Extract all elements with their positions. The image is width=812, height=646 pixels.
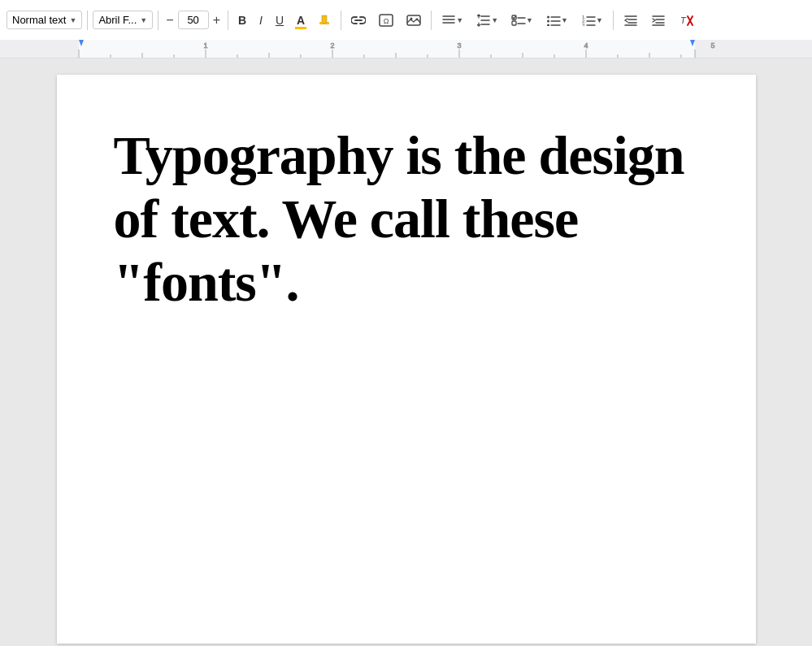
- separator-4: [341, 11, 341, 30]
- underline-button[interactable]: U: [271, 11, 289, 30]
- align-button[interactable]: ▼: [436, 11, 468, 29]
- bold-button[interactable]: B: [233, 11, 251, 30]
- insert-image-button[interactable]: [402, 11, 426, 30]
- font-family-arrow-icon: ▼: [140, 16, 147, 24]
- document-page[interactable]: Typography is the design of text. We cal…: [57, 75, 756, 644]
- toolbar: Normal text ▼ Abril F... ▼ − 50 + B I U …: [0, 0, 812, 41]
- ruler: 1 2 3 4 5: [0, 41, 812, 59]
- image-icon: [406, 14, 421, 27]
- separator-3: [228, 11, 228, 30]
- font-size-increase-button[interactable]: +: [211, 12, 223, 28]
- svg-text:5: 5: [710, 41, 714, 50]
- insert-special-char-button[interactable]: Ω: [374, 11, 398, 30]
- italic-button[interactable]: I: [254, 11, 267, 30]
- decrease-indent-icon: [623, 15, 638, 26]
- numbered-list-icon: 1. 2. 3.: [581, 15, 596, 26]
- svg-text:2: 2: [330, 41, 334, 50]
- separator-6: [613, 11, 614, 30]
- separator-1: [87, 11, 88, 30]
- line-spacing-dropdown-arrow: ▼: [491, 16, 498, 24]
- separator-2: [158, 11, 158, 30]
- svg-rect-40: [0, 40, 79, 58]
- svg-rect-14: [512, 21, 516, 25]
- align-icon: [441, 15, 456, 26]
- decrease-indent-button[interactable]: [619, 11, 643, 29]
- svg-text:4: 4: [584, 41, 588, 50]
- link-icon: [351, 15, 366, 26]
- font-size-control: − 50 +: [163, 11, 223, 29]
- ruler-svg: 1 2 3 4 5: [0, 40, 812, 58]
- svg-rect-39: [0, 40, 812, 58]
- increase-indent-button[interactable]: [646, 11, 671, 29]
- paragraph-style-label: Normal text: [12, 14, 66, 26]
- page-area[interactable]: Typography is the design of text. We cal…: [0, 59, 812, 646]
- highlight-icon: [318, 14, 331, 27]
- highlight-color-button[interactable]: [313, 11, 336, 30]
- svg-text:3.: 3.: [582, 23, 586, 26]
- text-color-button[interactable]: A: [292, 11, 310, 30]
- checklist-button[interactable]: ▼: [506, 11, 538, 29]
- increase-indent-icon: [651, 15, 666, 26]
- font-family-label: Abril F...: [98, 14, 137, 26]
- bullet-list-icon: [546, 15, 561, 26]
- font-size-decrease-button[interactable]: −: [163, 12, 176, 28]
- align-dropdown-arrow: ▼: [456, 16, 463, 24]
- svg-text:1: 1: [203, 41, 207, 50]
- svg-text:3: 3: [457, 41, 461, 50]
- separator-5: [431, 11, 432, 30]
- line-spacing-icon: [476, 14, 491, 27]
- bulleted-list-button[interactable]: ▼: [541, 11, 573, 29]
- svg-point-20: [547, 24, 549, 26]
- svg-text:Ω: Ω: [384, 17, 389, 25]
- numbered-list-dropdown-arrow: ▼: [596, 16, 603, 24]
- text-color-indicator: [295, 27, 306, 29]
- paragraph-style-arrow-icon: ▼: [69, 16, 76, 24]
- paragraph-style-dropdown[interactable]: Normal text ▼: [7, 11, 82, 29]
- line-spacing-button[interactable]: ▼: [471, 11, 503, 30]
- numbered-list-button[interactable]: 1. 2. 3. ▼: [576, 11, 608, 29]
- special-char-icon: Ω: [379, 14, 393, 27]
- svg-text:T: T: [680, 15, 687, 25]
- svg-point-18: [547, 20, 549, 22]
- clear-formatting-icon: T: [679, 14, 693, 27]
- bullet-list-dropdown-arrow: ▼: [561, 16, 568, 24]
- svg-point-16: [547, 15, 549, 18]
- insert-link-button[interactable]: [346, 11, 371, 29]
- font-size-input[interactable]: 50: [178, 11, 209, 29]
- checklist-icon: [511, 15, 526, 26]
- document-content[interactable]: Typography is the design of text. We cal…: [114, 124, 707, 314]
- checklist-dropdown-arrow: ▼: [526, 16, 533, 24]
- clear-formatting-button[interactable]: T: [674, 11, 698, 30]
- font-family-dropdown[interactable]: Abril F... ▼: [93, 11, 153, 29]
